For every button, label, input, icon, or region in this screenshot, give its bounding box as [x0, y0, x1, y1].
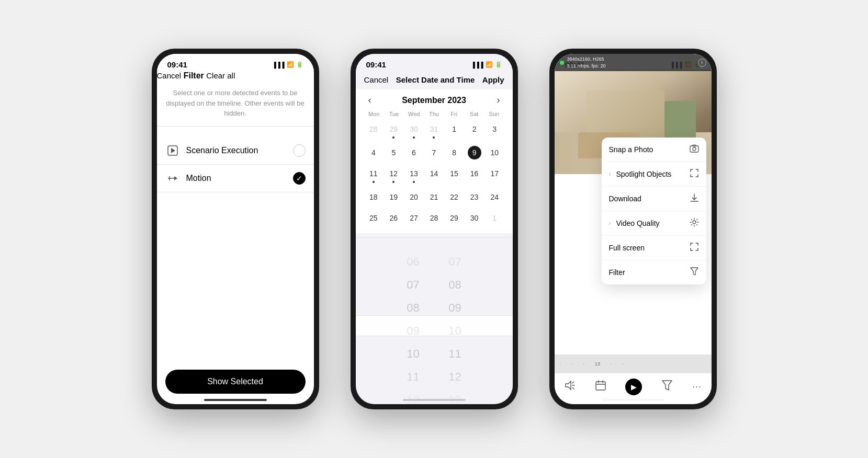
filter-toolbar-icon[interactable] — [661, 380, 673, 394]
snap-photo-text: Snap a Photo — [609, 145, 653, 154]
svg-marker-20 — [662, 381, 672, 390]
motion-icon — [165, 171, 180, 186]
cal-day-10[interactable]: 10 — [485, 143, 504, 163]
cal-day-19[interactable]: 19 — [384, 187, 403, 207]
cal-day-23[interactable]: 23 — [465, 187, 484, 207]
camera-info-text: 3840x2160, H265 3.11 mbps, fps: 20 — [567, 56, 695, 69]
spotlight-chevron-icon: › — [609, 170, 611, 178]
timeline-markers: · · · 13 · · — [560, 361, 624, 367]
motion-label: Motion — [186, 174, 287, 183]
cal-day-13[interactable]: 13 — [404, 164, 424, 186]
motion-toggle[interactable]: ✓ — [293, 172, 306, 185]
cal-day-12[interactable]: 12 — [384, 164, 403, 186]
time-picker[interactable]: 06 07 08 09 10 11 12 07 08 09 10 11 — [356, 242, 513, 404]
svg-rect-16 — [596, 382, 605, 390]
spotlight-text: Spotlight Objects — [616, 170, 672, 178]
next-month-button[interactable]: › — [492, 95, 504, 106]
cal-day-31-prev[interactable]: 31 — [424, 119, 444, 142]
cal-cancel-button[interactable]: Cancel — [364, 75, 389, 84]
min-08: 08 — [445, 276, 466, 294]
ctx-video-quality[interactable]: › Video Quality — [602, 211, 706, 236]
video-quality-chevron-icon: › — [609, 220, 611, 227]
cal-day-8[interactable]: 8 — [445, 143, 464, 163]
calendar-content: ‹ September 2023 › Mon Tue Wed Thu Fri S… — [356, 89, 513, 404]
filter-text: Filter — [609, 268, 625, 277]
snap-photo-label: Snap a Photo — [609, 145, 653, 154]
svg-line-13 — [572, 382, 574, 383]
play-button[interactable]: ▶ — [625, 379, 642, 395]
cal-day-25[interactable]: 25 — [364, 208, 384, 228]
cal-day-29[interactable]: 29 — [445, 208, 464, 228]
svg-marker-3 — [174, 176, 177, 180]
scenario-label: Scenario Execution — [186, 146, 287, 155]
wifi-icon: 📶 — [287, 61, 294, 68]
ctx-filter[interactable]: Filter — [602, 260, 706, 284]
camera-bitrate: 3.11 mbps, fps: 20 — [567, 63, 695, 70]
cal-day-15[interactable]: 15 — [445, 164, 464, 186]
cal-day-29-prev[interactable]: 29 — [384, 119, 403, 142]
clear-all-button[interactable]: Clear all — [206, 71, 235, 80]
cancel-button[interactable]: Cancel — [157, 71, 182, 80]
hour-10: 10 — [403, 345, 424, 363]
cal-day-18[interactable]: 18 — [364, 187, 384, 207]
ctx-fullscreen[interactable]: Full screen — [602, 236, 706, 260]
svg-marker-12 — [566, 381, 571, 390]
phone-calendar: 09:41 ▐▐▐ 📶 🔋 Cancel Select Date and Tim… — [351, 49, 518, 409]
status-bar-2: 09:41 ▐▐▐ 📶 🔋 — [356, 54, 513, 71]
ctx-spotlight[interactable]: › Spotlight Objects — [602, 162, 706, 187]
filter-item-motion[interactable]: Motion ✓ — [157, 165, 314, 192]
cal-day-24[interactable]: 24 — [485, 187, 504, 207]
cal-day-2[interactable]: 2 — [465, 119, 484, 142]
cal-day-16[interactable]: 16 — [465, 164, 484, 186]
signal-icon-2: ▐▐▐ — [471, 62, 483, 68]
cal-day-28[interactable]: 28 — [424, 208, 444, 228]
download-icon — [690, 193, 699, 204]
cal-day-6[interactable]: 6 — [404, 143, 424, 163]
cal-day-21[interactable]: 21 — [424, 187, 444, 207]
cal-day-4[interactable]: 4 — [364, 143, 384, 163]
cal-day-26[interactable]: 26 — [384, 208, 403, 228]
cal-day-17[interactable]: 17 — [485, 164, 504, 186]
cal-day-5[interactable]: 5 — [384, 143, 403, 163]
filter-title: Filter — [184, 71, 204, 80]
cal-title: Select Date and Time — [396, 75, 475, 84]
cal-day-14[interactable]: 14 — [424, 164, 444, 186]
cal-day-22[interactable]: 22 — [445, 187, 464, 207]
cal-day-1-next[interactable]: 1 — [485, 208, 504, 228]
show-selected-button[interactable]: Show Selected — [165, 370, 306, 394]
camera-snap-icon — [690, 144, 699, 155]
min-07: 07 — [445, 253, 466, 271]
phone-filter: 09:41 ▐▐▐ 📶 🔋 Cancel Filter Clear all Se… — [152, 49, 319, 409]
cal-day-1[interactable]: 1 — [445, 119, 464, 142]
spotlight-icon — [690, 168, 699, 180]
cal-day-9-selected[interactable]: 9 — [465, 143, 484, 163]
cal-day-28-prev[interactable]: 28 — [364, 119, 384, 142]
ctx-snap-photo[interactable]: Snap a Photo — [602, 138, 706, 162]
camera-info-button[interactable]: i — [698, 59, 706, 67]
apply-button[interactable]: Apply — [482, 75, 504, 84]
status-time-2: 09:41 — [366, 60, 386, 69]
cal-day-3[interactable]: 3 — [485, 119, 504, 142]
cal-day-27[interactable]: 27 — [404, 208, 424, 228]
camera-live-indicator — [560, 61, 564, 65]
ctx-download[interactable]: Download — [602, 187, 706, 211]
prev-month-button[interactable]: ‹ — [364, 95, 376, 106]
fullscreen-text: Full screen — [609, 244, 645, 252]
cal-day-30-prev[interactable]: 30 — [404, 119, 424, 142]
download-text: Download — [609, 194, 641, 203]
svg-line-15 — [572, 387, 574, 389]
more-options-icon[interactable]: ··· — [692, 381, 702, 392]
cal-day-11[interactable]: 11 — [364, 164, 384, 186]
wifi-icon-2: 📶 — [486, 61, 493, 68]
cal-day-30[interactable]: 30 — [465, 208, 484, 228]
hour-08: 08 — [403, 299, 424, 317]
status-icons-2: ▐▐▐ 📶 🔋 — [471, 61, 502, 68]
cal-day-7[interactable]: 7 — [424, 143, 444, 163]
download-label: Download — [609, 194, 641, 203]
scenario-toggle[interactable] — [293, 144, 306, 157]
filter-item-scenario[interactable]: Scenario Execution — [157, 137, 314, 165]
calendar-icon[interactable] — [595, 380, 606, 394]
svg-point-10 — [693, 221, 696, 224]
cal-day-20[interactable]: 20 — [404, 187, 424, 207]
audio-icon[interactable] — [564, 380, 576, 394]
